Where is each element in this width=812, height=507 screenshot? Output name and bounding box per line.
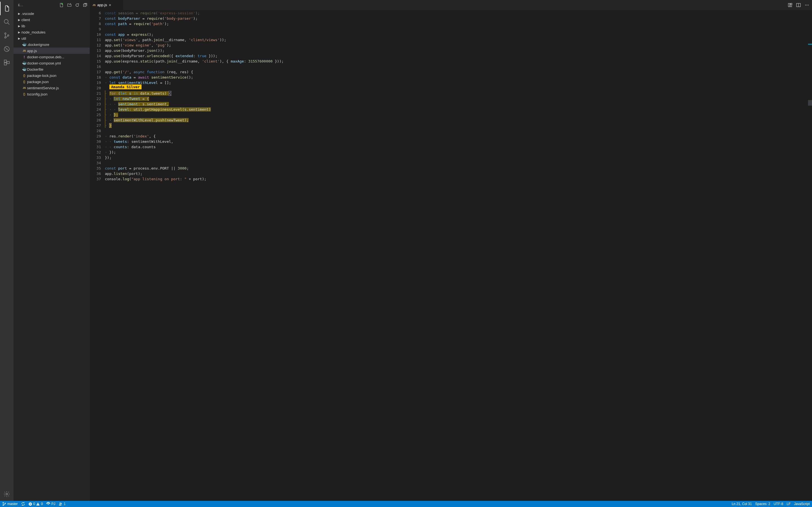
chevron-right-icon: ▶: [17, 18, 21, 21]
line-number-gutter: 6789101112131415161718192021222324252627…: [90, 10, 105, 501]
svg-point-3: [8, 35, 9, 36]
git-branch[interactable]: master: [2, 502, 18, 506]
eol[interactable]: LF: [786, 502, 791, 506]
sync-icon[interactable]: [21, 502, 25, 506]
extensions-icon[interactable]: [0, 56, 13, 69]
svg-rect-7: [4, 63, 6, 65]
js-icon: JS: [21, 87, 27, 89]
svg-point-21: [808, 4, 809, 5]
svg-rect-8: [7, 61, 9, 64]
svg-point-23: [3, 505, 4, 506]
folder-client[interactable]: ▶client: [13, 17, 90, 23]
docker-icon: 🐳: [21, 61, 27, 65]
chevron-right-icon: ▶: [17, 24, 21, 27]
docker-icon: 🐳: [21, 67, 27, 71]
status-bar: master 0 0 PJ 1 Ln 21, Col 31 Spa: [0, 501, 812, 507]
folder-util[interactable]: ▶util: [13, 35, 90, 41]
file-docker-compose[interactable]: 🐳docker-compose.yml: [13, 60, 90, 66]
source-control-icon[interactable]: [0, 29, 13, 42]
json-icon: {}: [21, 80, 27, 83]
language-mode[interactable]: JavaScript: [794, 502, 810, 506]
split-editor-icon[interactable]: [796, 3, 801, 7]
svg-point-27: [59, 503, 61, 504]
sidebar-title: E...: [18, 3, 59, 7]
svg-rect-15: [788, 3, 790, 7]
json-icon: {}: [21, 74, 27, 77]
file-dockerfile[interactable]: 🐳Dockerfile: [13, 66, 90, 72]
live-share[interactable]: PJ: [46, 502, 55, 506]
file-sentiment-service[interactable]: JSsentimentService.js: [13, 85, 90, 91]
live-share-participants[interactable]: 1: [59, 502, 66, 506]
svg-point-0: [4, 19, 8, 23]
editor-area: JS app.js × 6789101112131415161718192021…: [90, 0, 812, 501]
svg-point-9: [6, 493, 8, 495]
json-icon: {}: [21, 93, 27, 96]
svg-point-28: [61, 503, 62, 504]
editor-body[interactable]: 6789101112131415161718192021222324252627…: [90, 10, 812, 501]
file-tree: ▶.vscode ▶client ▶lib ▶node_modules ▶uti…: [13, 10, 90, 501]
svg-point-26: [48, 503, 49, 504]
svg-rect-6: [4, 60, 6, 62]
explorer-icon[interactable]: [0, 2, 13, 15]
compare-changes-icon[interactable]: [788, 3, 792, 7]
sidebar-header: E...: [13, 0, 90, 10]
code-content[interactable]: const session = require('express-session…: [105, 10, 808, 501]
folder-node-modules[interactable]: ▶node_modules: [13, 29, 90, 35]
svg-point-20: [807, 4, 808, 5]
new-folder-icon[interactable]: [67, 3, 71, 7]
search-icon[interactable]: [0, 15, 13, 29]
file-app-js[interactable]: JSapp.js: [13, 48, 90, 54]
settings-gear-icon[interactable]: [0, 487, 13, 501]
svg-point-2: [5, 37, 6, 38]
folder-vscode[interactable]: ▶.vscode: [13, 10, 90, 17]
selection-indicator: [105, 91, 105, 128]
docker-icon: 🐳: [21, 43, 27, 47]
file-package-json[interactable]: {}package.json: [13, 78, 90, 85]
svg-point-1: [5, 33, 6, 34]
js-icon: JS: [93, 4, 96, 6]
svg-point-19: [805, 4, 806, 5]
problems[interactable]: 0 0: [29, 502, 43, 506]
svg-point-22: [3, 502, 4, 503]
svg-rect-11: [61, 3, 63, 4]
debug-icon[interactable]: [0, 42, 13, 56]
new-file-icon[interactable]: [59, 3, 64, 7]
refresh-icon[interactable]: [75, 3, 80, 7]
chevron-right-icon: ▶: [17, 31, 21, 34]
chevron-right-icon: ▶: [17, 12, 21, 15]
encoding[interactable]: UTF-8: [774, 502, 783, 506]
chevron-right-icon: ▶: [17, 37, 21, 40]
tab-app-js[interactable]: JS app.js ×: [90, 0, 123, 10]
tab-label: app.js: [97, 3, 107, 7]
minimap[interactable]: [808, 10, 812, 501]
file-package-lock[interactable]: {}package-lock.json: [13, 72, 90, 78]
blame-annotation: Amanda Silver: [109, 84, 142, 89]
file-tsconfig[interactable]: {}tsconfig.json: [13, 91, 90, 97]
folder-lib[interactable]: ▶lib: [13, 23, 90, 29]
tabs-bar: JS app.js ×: [90, 0, 812, 10]
activity-bar: [0, 0, 13, 501]
more-icon[interactable]: [805, 3, 809, 7]
collapse-all-icon[interactable]: [83, 3, 87, 7]
file-docker-compose-debug[interactable]: !docker-compose.deb...: [13, 54, 90, 60]
svg-point-5: [6, 48, 8, 50]
js-icon: JS: [21, 49, 27, 52]
svg-point-17: [791, 3, 792, 4]
cursor-position[interactable]: Ln 21, Col 31: [732, 502, 752, 506]
indentation[interactable]: Spaces: 2: [755, 502, 770, 506]
sidebar: E... ▶.vscode ▶client ▶lib ▶node_modules…: [13, 0, 90, 501]
yaml-icon: !: [21, 55, 27, 59]
close-icon[interactable]: ×: [109, 3, 111, 7]
svg-rect-13: [70, 4, 71, 4]
svg-point-24: [5, 503, 6, 504]
file-dockerignore[interactable]: 🐳.dockerignore: [13, 41, 90, 48]
